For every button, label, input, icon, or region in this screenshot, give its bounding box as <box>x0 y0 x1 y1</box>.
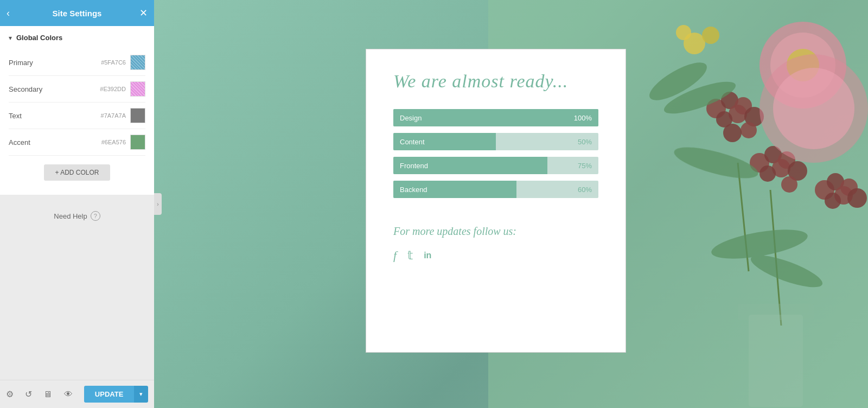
history-icon[interactable]: ↺ <box>25 389 32 399</box>
color-label-primary: Primary <box>9 59 101 67</box>
color-row-accent: Accent #6EA576 <box>9 129 145 156</box>
progress-bar-fill-design <box>393 109 598 126</box>
color-row-secondary: Secondary #E392DD <box>9 76 145 103</box>
progress-bar-bg-frontend: Frontend 75% <box>393 157 598 174</box>
update-button-group: UPDATE ▾ <box>84 386 148 403</box>
back-button[interactable]: ‹ <box>7 8 10 19</box>
color-swatch-secondary[interactable] <box>130 81 145 97</box>
site-preview-card: We are almost ready... Design 100% Conte… <box>366 49 626 353</box>
chevron-left-icon: › <box>157 201 158 207</box>
progress-item-frontend: Frontend 75% <box>393 157 598 174</box>
progress-pct-content: 50% <box>578 138 592 146</box>
chevron-down-icon: ▾ <box>9 34 12 42</box>
color-hex-accent: #6EA576 <box>101 139 126 145</box>
need-help-label: Need Help <box>54 212 87 220</box>
add-color-button[interactable]: + ADD COLOR <box>44 164 110 181</box>
panel-footer: ⚙ ↺ 🖥 👁 UPDATE ▾ <box>0 380 154 408</box>
color-hex-primary: #5FA7C6 <box>101 59 126 66</box>
progress-label-content: Content <box>400 138 425 146</box>
panel-header: ‹ Site Settings ✕ <box>0 0 154 26</box>
facebook-icon[interactable]: f <box>393 248 397 263</box>
progress-item-content: Content 50% <box>393 133 598 150</box>
color-hex-text: #7A7A7A <box>101 112 126 119</box>
settings-icon[interactable]: ⚙ <box>6 389 14 399</box>
progress-section: Design 100% Content 50% Fron <box>393 109 598 198</box>
color-hex-secondary: #E392DD <box>100 86 126 92</box>
section-title: Global Colors <box>16 34 62 42</box>
panel-title: Site Settings <box>53 9 102 18</box>
update-button[interactable]: UPDATE <box>84 386 134 403</box>
color-label-accent: Accent <box>9 138 101 146</box>
progress-bar-bg-content: Content 50% <box>393 133 598 150</box>
social-icons: f 𝕥 in <box>393 248 598 263</box>
card-title: We are almost ready... <box>393 71 598 92</box>
global-colors-section[interactable]: ▾ Global Colors <box>0 26 154 49</box>
progress-pct-frontend: 75% <box>578 162 592 170</box>
progress-pct-backend: 60% <box>578 186 592 194</box>
progress-label-frontend: Frontend <box>400 162 428 170</box>
panel-bottom: Need Help ? <box>0 195 154 380</box>
color-row-text: Text #7A7A7A <box>9 103 145 129</box>
progress-pct-design: 100% <box>574 114 592 122</box>
linkedin-icon[interactable]: in <box>424 251 431 260</box>
color-swatch-accent[interactable] <box>130 135 145 150</box>
left-panel: ‹ Site Settings ✕ ▾ Global Colors Primar… <box>0 0 154 408</box>
color-swatch-text[interactable] <box>130 108 145 123</box>
progress-label-design: Design <box>400 114 422 122</box>
color-label-text: Text <box>9 112 101 120</box>
color-swatch-primary[interactable] <box>130 55 145 70</box>
main-content: We are almost ready... Design 100% Conte… <box>154 0 868 408</box>
update-dropdown-button[interactable]: ▾ <box>134 386 148 403</box>
eye-icon[interactable]: 👁 <box>64 390 73 399</box>
collapse-handle[interactable]: › <box>154 193 162 215</box>
progress-item-design: Design 100% <box>393 109 598 126</box>
card-subtitle: For more updates follow us: <box>393 225 598 238</box>
progress-label-backend: Backend <box>400 186 427 194</box>
panel-content: ▾ Global Colors Primary #5FA7C6 Secondar… <box>0 26 154 195</box>
card-content: We are almost ready... Design 100% Conte… <box>366 49 626 353</box>
twitter-icon[interactable]: 𝕥 <box>407 248 413 263</box>
help-icon[interactable]: ? <box>91 211 100 221</box>
monitor-icon[interactable]: 🖥 <box>43 390 52 399</box>
progress-bar-bg-backend: Backend 60% <box>393 181 598 198</box>
color-row-primary: Primary #5FA7C6 <box>9 49 145 76</box>
color-label-secondary: Secondary <box>9 85 100 93</box>
color-rows: Primary #5FA7C6 Secondary #E392DD Text #… <box>0 49 154 156</box>
progress-item-backend: Backend 60% <box>393 181 598 198</box>
close-button[interactable]: ✕ <box>139 7 148 19</box>
need-help[interactable]: Need Help ? <box>54 211 100 221</box>
progress-bar-bg-design: Design 100% <box>393 109 598 126</box>
